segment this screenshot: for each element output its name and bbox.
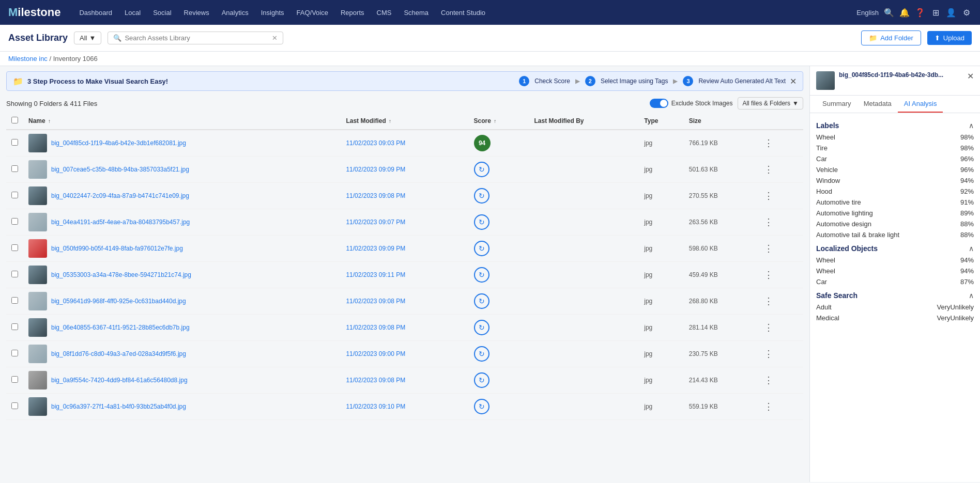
labels-collapse-button[interactable]: ∧ <box>969 121 974 130</box>
more-options-button[interactable]: ⋮ <box>761 163 776 176</box>
file-name-link[interactable]: big_0c96a397-27f1-4a81-b4f0-93bb25ab4f0d… <box>51 403 186 410</box>
row-checkbox[interactable] <box>11 165 18 172</box>
file-name-link[interactable]: big_04ea4191-ad5f-4eae-a7ba-80483795b457… <box>51 219 190 226</box>
more-options-button[interactable]: ⋮ <box>761 374 776 386</box>
score-refresh-button[interactable]: ↻ <box>474 372 489 388</box>
nav-social[interactable]: Social <box>147 0 177 25</box>
nav-cms[interactable]: CMS <box>371 0 398 25</box>
file-name-link[interactable]: big_06e40855-6367-41f1-9521-28b85ec6db7b… <box>51 324 190 331</box>
row-checkbox[interactable] <box>11 323 18 330</box>
more-options-button[interactable]: ⋮ <box>761 190 776 202</box>
file-name-link[interactable]: big_007ceae5-c35b-48bb-94ba-3857033a5f21… <box>51 166 189 173</box>
file-size: 268.80 KB <box>689 298 718 305</box>
score-refresh-button[interactable]: ↻ <box>474 162 489 177</box>
file-name-link[interactable]: big_0a9f554c-7420-4dd9-bf84-61a6c56480d8… <box>51 377 188 384</box>
panel-close-button[interactable]: ✕ <box>967 71 974 81</box>
breadcrumb-separator: / <box>50 55 53 63</box>
table-row: big_004f85cd-1f19-4ba6-b42e-3db1ef682081… <box>6 130 803 157</box>
upload-button[interactable]: ⬆ Upload <box>927 31 972 45</box>
more-options-button[interactable]: ⋮ <box>761 400 776 413</box>
row-size-cell: 459.49 KB <box>684 262 756 288</box>
score-refresh-button[interactable]: ↻ <box>474 188 489 204</box>
user-icon[interactable]: 👤 <box>946 7 956 18</box>
row-checkbox[interactable] <box>11 376 18 383</box>
localized-objects-collapse-button[interactable]: ∧ <box>969 244 974 253</box>
file-size: 214.43 KB <box>689 377 718 384</box>
row-checkbox[interactable] <box>11 350 18 356</box>
col-name[interactable]: Name ↑ <box>23 113 341 130</box>
bell-icon[interactable]: 🔔 <box>899 7 910 18</box>
row-checkbox[interactable] <box>11 244 18 251</box>
col-score[interactable]: Score ↑ <box>469 113 529 130</box>
search-input[interactable] <box>125 34 269 42</box>
nav-reports[interactable]: Reports <box>334 0 371 25</box>
file-name-link[interactable]: big_05353003-a34a-478e-8bee-594271b21c74… <box>51 271 191 278</box>
nav-local[interactable]: Local <box>118 0 147 25</box>
table-row: big_050fd990-b05f-4149-8fab-fa976012e7fe… <box>6 236 803 262</box>
more-options-button[interactable]: ⋮ <box>761 321 776 334</box>
nav-dashboard[interactable]: Dashboard <box>73 0 118 25</box>
nav-schema[interactable]: Schema <box>397 0 435 25</box>
score-refresh-button[interactable]: ↻ <box>474 267 489 283</box>
clear-search-icon[interactable]: ✕ <box>272 34 278 42</box>
row-checkbox[interactable] <box>11 192 18 198</box>
safe-search-collapse-button[interactable]: ∧ <box>969 291 974 300</box>
nav-reviews[interactable]: Reviews <box>178 0 216 25</box>
settings-icon[interactable]: ⚙ <box>961 7 972 18</box>
search-icon: 🔍 <box>113 34 121 42</box>
more-options-button[interactable]: ⋮ <box>761 269 776 281</box>
file-name-link[interactable]: big_059641d9-968f-4ff0-925e-0c631bad440d… <box>51 298 186 305</box>
score-refresh-button[interactable]: ↻ <box>474 214 489 230</box>
nav-analytics[interactable]: Analytics <box>216 0 255 25</box>
file-name-link[interactable]: big_050fd990-b05f-4149-8fab-fa976012e7fe… <box>51 245 183 252</box>
logo: Milestone <box>8 6 60 19</box>
label-pct: 91% <box>960 198 974 206</box>
label-item: Wheel 98% <box>816 132 974 143</box>
close-banner-button[interactable]: ✕ <box>790 76 797 86</box>
labels-list: Wheel 98% Tire 98% Car 96% Vehicle 96% W… <box>816 132 974 240</box>
row-checkbox[interactable] <box>11 297 18 304</box>
file-name-link[interactable]: big_04022447-2c09-4faa-87a9-b4741c741e09… <box>51 192 189 199</box>
row-checkbox[interactable] <box>11 271 18 277</box>
help-icon[interactable]: ❓ <box>915 7 925 18</box>
more-options-button[interactable]: ⋮ <box>761 216 776 228</box>
row-score-cell: ↻ <box>469 367 529 394</box>
more-options-button[interactable]: ⋮ <box>761 348 776 360</box>
label-item: Automotive tire 91% <box>816 197 974 208</box>
right-panel: big_004f85cd-1f19-4ba6-b42e-3db... ✕ Sum… <box>809 66 980 482</box>
tab-summary[interactable]: Summary <box>816 96 858 113</box>
row-checkbox-cell <box>6 236 23 262</box>
select-all-checkbox[interactable] <box>11 117 18 123</box>
tab-ai-analysis[interactable]: AI Analysis <box>898 96 943 113</box>
col-last-modified[interactable]: Last Modified ↑ <box>341 113 468 130</box>
more-options-button[interactable]: ⋮ <box>761 242 776 255</box>
exclude-stock-toggle[interactable] <box>650 99 668 108</box>
add-folder-button[interactable]: 📁 Add Folder <box>861 30 921 45</box>
score-sort-arrow: ↑ <box>494 118 496 124</box>
file-type: jpg <box>644 139 652 147</box>
score-refresh-button[interactable]: ↻ <box>474 346 489 362</box>
file-name-link[interactable]: big_004f85cd-1f19-4ba6-b42e-3db1ef682081… <box>51 139 186 147</box>
breadcrumb-parent[interactable]: Milestone inc <box>8 55 48 63</box>
score-refresh-button[interactable]: ↻ <box>474 399 489 414</box>
row-checkbox[interactable] <box>11 139 18 146</box>
row-size-cell: 270.55 KB <box>684 183 756 209</box>
nav-faq[interactable]: FAQ/Voice <box>290 0 334 25</box>
filter-dropdown[interactable]: All ▼ <box>74 32 101 44</box>
score-refresh-button[interactable]: ↻ <box>474 241 489 256</box>
grid-icon[interactable]: ⊞ <box>930 7 941 18</box>
score-refresh-button[interactable]: ↻ <box>474 293 489 309</box>
row-checkbox[interactable] <box>11 402 18 409</box>
more-options-button[interactable]: ⋮ <box>761 137 776 149</box>
folder-filter-dropdown[interactable]: All files & Folders ▼ <box>738 97 803 110</box>
tab-metadata[interactable]: Metadata <box>858 96 898 113</box>
search-icon[interactable]: 🔍 <box>884 7 894 18</box>
score-refresh-button[interactable]: ↻ <box>474 320 489 335</box>
file-name-link[interactable]: big_08f1dd76-c8d0-49a3-a7ed-028a34d9f5f6… <box>51 350 186 357</box>
row-modified-by-cell <box>529 183 639 209</box>
more-options-button[interactable]: ⋮ <box>761 295 776 307</box>
nav-insights[interactable]: Insights <box>255 0 290 25</box>
nav-content-studio[interactable]: Content Studio <box>435 0 492 25</box>
table-row: big_059641d9-968f-4ff0-925e-0c631bad440d… <box>6 288 803 315</box>
row-checkbox[interactable] <box>11 218 18 225</box>
